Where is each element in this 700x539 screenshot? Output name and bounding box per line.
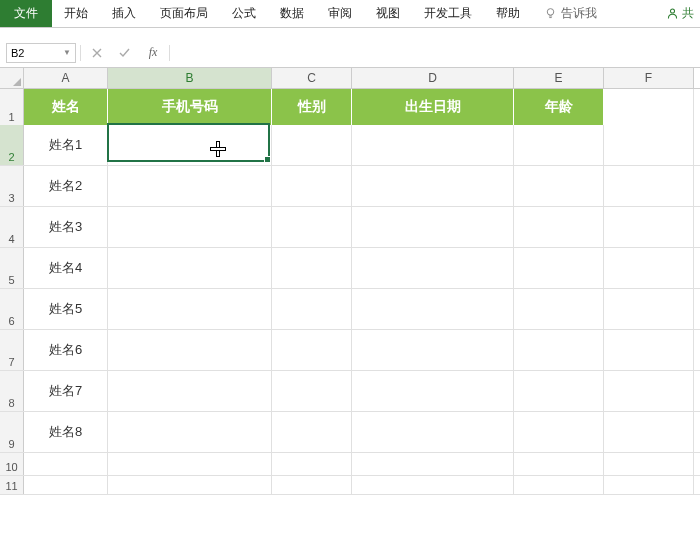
cell-B4[interactable] (108, 207, 272, 247)
formula-input[interactable] (174, 43, 700, 63)
cell-D11[interactable] (352, 476, 514, 494)
cell-B6[interactable] (108, 289, 272, 329)
tab-view[interactable]: 视图 (364, 0, 412, 27)
header-cell-F[interactable] (604, 89, 694, 125)
cell-F11[interactable] (604, 476, 694, 494)
tab-review[interactable]: 审阅 (316, 0, 364, 27)
cell-B9[interactable] (108, 412, 272, 452)
cell-A6[interactable]: 姓名5 (24, 289, 108, 329)
confirm-button[interactable] (113, 43, 137, 63)
cell-A4[interactable]: 姓名3 (24, 207, 108, 247)
cell-E3[interactable] (514, 166, 604, 206)
cell-C5[interactable] (272, 248, 352, 288)
cell-F9[interactable] (604, 412, 694, 452)
cell-D3[interactable] (352, 166, 514, 206)
cell-B10[interactable] (108, 453, 272, 475)
cell-A10[interactable] (24, 453, 108, 475)
cell-F5[interactable] (604, 248, 694, 288)
tab-devtools[interactable]: 开发工具 (412, 0, 484, 27)
tab-data[interactable]: 数据 (268, 0, 316, 27)
cell-F4[interactable] (604, 207, 694, 247)
cell-B7[interactable] (108, 330, 272, 370)
row-header-1[interactable]: 1 (0, 89, 24, 125)
share-button[interactable]: 共 (660, 5, 700, 22)
cell-F8[interactable] (604, 371, 694, 411)
column-header-C[interactable]: C (272, 68, 352, 88)
cell-E5[interactable] (514, 248, 604, 288)
row-header-11[interactable]: 11 (0, 476, 24, 494)
cell-B11[interactable] (108, 476, 272, 494)
tab-help[interactable]: 帮助 (484, 0, 532, 27)
cell-A5[interactable]: 姓名4 (24, 248, 108, 288)
cell-E11[interactable] (514, 476, 604, 494)
cell-A7[interactable]: 姓名6 (24, 330, 108, 370)
cell-B2[interactable] (108, 125, 272, 165)
cell-E9[interactable] (514, 412, 604, 452)
cancel-button[interactable] (85, 43, 109, 63)
cell-C8[interactable] (272, 371, 352, 411)
header-cell-C[interactable]: 性别 (272, 89, 352, 125)
cell-C3[interactable] (272, 166, 352, 206)
tab-home[interactable]: 开始 (52, 0, 100, 27)
cell-D9[interactable] (352, 412, 514, 452)
cell-D6[interactable] (352, 289, 514, 329)
cell-D4[interactable] (352, 207, 514, 247)
cell-A11[interactable] (24, 476, 108, 494)
cell-E7[interactable] (514, 330, 604, 370)
row-header-4[interactable]: 4 (0, 207, 24, 247)
row-header-7[interactable]: 7 (0, 330, 24, 370)
tell-me[interactable]: 告诉我 (532, 0, 609, 27)
cell-F6[interactable] (604, 289, 694, 329)
header-cell-E[interactable]: 年龄 (514, 89, 604, 125)
cell-A3[interactable]: 姓名2 (24, 166, 108, 206)
column-header-D[interactable]: D (352, 68, 514, 88)
header-cell-D[interactable]: 出生日期 (352, 89, 514, 125)
tab-file[interactable]: 文件 (0, 0, 52, 27)
cell-B5[interactable] (108, 248, 272, 288)
cell-B3[interactable] (108, 166, 272, 206)
row-header-6[interactable]: 6 (0, 289, 24, 329)
column-header-F[interactable]: F (604, 68, 694, 88)
cell-E4[interactable] (514, 207, 604, 247)
cell-C7[interactable] (272, 330, 352, 370)
cell-C2[interactable] (272, 125, 352, 165)
cell-C10[interactable] (272, 453, 352, 475)
column-header-B[interactable]: B (108, 68, 272, 88)
cell-A8[interactable]: 姓名7 (24, 371, 108, 411)
cell-F2[interactable] (604, 125, 694, 165)
cell-E6[interactable] (514, 289, 604, 329)
column-header-A[interactable]: A (24, 68, 108, 88)
row-header-5[interactable]: 5 (0, 248, 24, 288)
cell-B8[interactable] (108, 371, 272, 411)
cell-D5[interactable] (352, 248, 514, 288)
cell-D7[interactable] (352, 330, 514, 370)
cell-D2[interactable] (352, 125, 514, 165)
header-cell-A[interactable]: 姓名 (24, 89, 108, 125)
tab-insert[interactable]: 插入 (100, 0, 148, 27)
cell-C6[interactable] (272, 289, 352, 329)
cell-C11[interactable] (272, 476, 352, 494)
tab-formulas[interactable]: 公式 (220, 0, 268, 27)
column-header-E[interactable]: E (514, 68, 604, 88)
name-box[interactable]: B2 ▼ (6, 43, 76, 63)
row-header-2[interactable]: 2 (0, 125, 24, 165)
select-all-corner[interactable] (0, 68, 24, 88)
row-header-3[interactable]: 3 (0, 166, 24, 206)
row-header-8[interactable]: 8 (0, 371, 24, 411)
cell-A9[interactable]: 姓名8 (24, 412, 108, 452)
cell-F10[interactable] (604, 453, 694, 475)
cell-D8[interactable] (352, 371, 514, 411)
header-cell-B[interactable]: 手机号码 (108, 89, 272, 125)
tab-pagelayout[interactable]: 页面布局 (148, 0, 220, 27)
cell-E10[interactable] (514, 453, 604, 475)
row-header-9[interactable]: 9 (0, 412, 24, 452)
cell-E2[interactable] (514, 125, 604, 165)
cell-C9[interactable] (272, 412, 352, 452)
row-header-10[interactable]: 10 (0, 453, 24, 475)
cell-C4[interactable] (272, 207, 352, 247)
fx-button[interactable]: fx (141, 43, 165, 63)
cell-A2[interactable]: 姓名1 (24, 125, 108, 165)
cell-E8[interactable] (514, 371, 604, 411)
cell-F7[interactable] (604, 330, 694, 370)
cell-F3[interactable] (604, 166, 694, 206)
